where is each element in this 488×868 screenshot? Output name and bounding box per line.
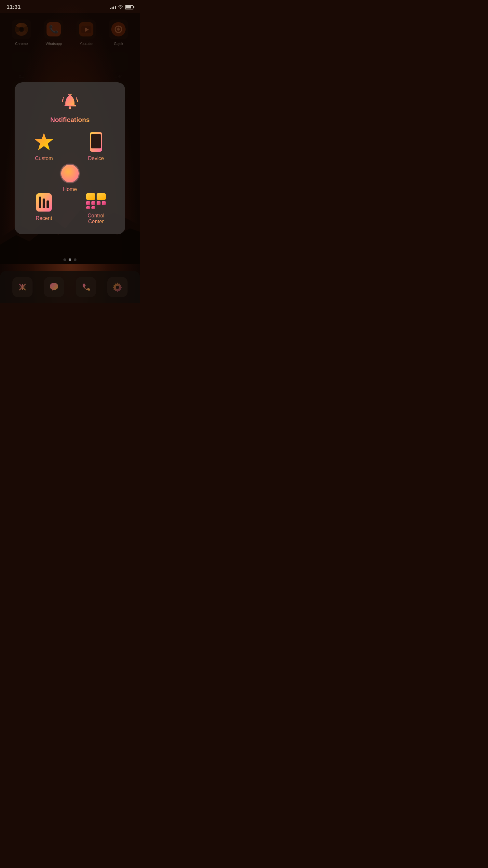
custom-label: Custom — [35, 156, 53, 161]
svg-rect-28 — [91, 206, 95, 209]
control-center-label: ControlCenter — [88, 213, 104, 224]
device-icon — [89, 131, 103, 152]
svg-rect-22 — [97, 193, 106, 200]
home-label: Home — [63, 186, 77, 192]
star-icon — [33, 131, 54, 152]
recent-icon — [35, 193, 53, 212]
status-time: 11:31 — [6, 4, 21, 10]
svg-rect-15 — [91, 134, 101, 148]
svg-rect-23 — [86, 201, 90, 205]
svg-marker-13 — [35, 133, 53, 150]
menu-item-recent[interactable]: Recent — [21, 186, 67, 224]
svg-rect-20 — [46, 200, 49, 208]
bell-icon-wrapper — [60, 92, 80, 113]
status-icons — [110, 5, 133, 9]
control-center-icon — [86, 193, 106, 210]
home-button[interactable]: Home — [60, 164, 80, 192]
battery-icon — [125, 5, 133, 9]
svg-rect-26 — [102, 201, 106, 205]
svg-rect-18 — [39, 196, 41, 208]
menu-item-device[interactable]: Device — [73, 131, 119, 181]
svg-rect-24 — [91, 201, 95, 205]
svg-rect-25 — [97, 201, 100, 205]
popup-overlay: Notifications — [0, 13, 140, 303]
svg-rect-27 — [86, 206, 90, 209]
main-content: Chrome 📞 Whatsapp — [0, 13, 140, 303]
status-bar: 11:31 — [0, 0, 140, 13]
recent-label: Recent — [36, 215, 53, 221]
signal-icon — [110, 5, 116, 9]
menu-item-custom[interactable]: Custom — [21, 131, 67, 181]
svg-rect-21 — [86, 193, 95, 200]
menu-item-control-center[interactable]: ControlCenter — [73, 186, 119, 224]
device-label: Device — [88, 156, 104, 161]
popup-modal: Notifications — [14, 82, 125, 234]
notifications-title: Notifications — [50, 116, 90, 124]
wifi-icon — [118, 5, 123, 9]
bell-icon — [60, 92, 80, 113]
svg-point-12 — [69, 106, 71, 109]
svg-rect-19 — [43, 198, 45, 208]
menu-grid-container: Custom — [21, 131, 119, 224]
